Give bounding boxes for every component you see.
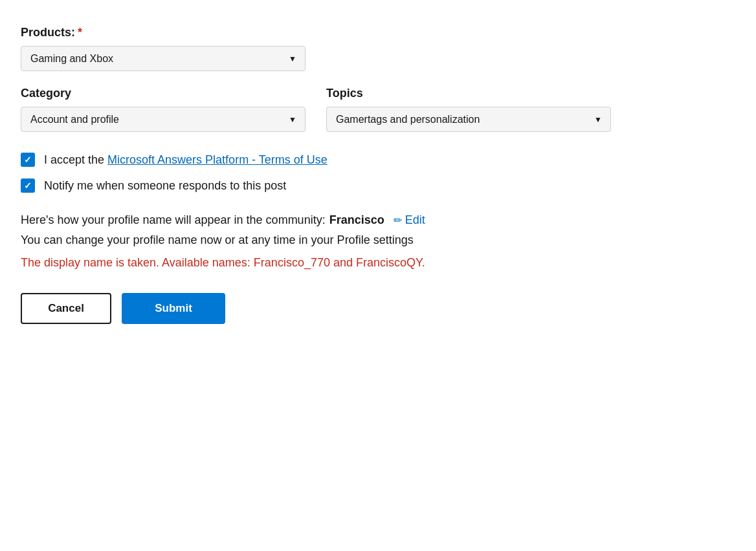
form-container: Products: * Gaming and Xbox Windows Offi…	[21, 26, 642, 324]
terms-label-prefix: I accept the	[44, 153, 107, 166]
notify-checkbox[interactable]: ✓	[21, 178, 35, 193]
products-label-text: Products:	[21, 26, 75, 39]
products-select[interactable]: Gaming and Xbox Windows Office Microsoft…	[21, 46, 306, 71]
profile-name-value: Francisco	[329, 213, 384, 227]
notify-checkbox-item: ✓ Notify me when someone responds to thi…	[21, 178, 642, 193]
notify-label: Notify me when someone responds to this …	[44, 179, 286, 193]
products-select-wrapper: Gaming and Xbox Windows Office Microsoft…	[21, 46, 306, 71]
terms-link[interactable]: Microsoft Answers Platform - Terms of Us…	[107, 153, 328, 166]
required-indicator: *	[78, 26, 82, 39]
profile-line1-prefix: Here's how your profile name will appear…	[21, 213, 326, 227]
terms-checkbox[interactable]: ✓	[21, 153, 35, 167]
cancel-button[interactable]: Cancel	[21, 293, 111, 324]
button-row: Cancel Submit	[21, 293, 642, 324]
edit-pencil-icon: ✏	[394, 214, 402, 226]
products-label: Products: *	[21, 26, 642, 39]
topics-select-wrapper: Gamertags and personalization Privacy Se…	[326, 107, 611, 132]
terms-checkmark-icon: ✓	[24, 155, 32, 164]
terms-label: I accept the Microsoft Answers Platform …	[44, 153, 328, 167]
edit-label: Edit	[405, 213, 425, 227]
topics-label: Topics	[326, 87, 611, 100]
topics-group: Topics Gamertags and personalization Pri…	[326, 87, 611, 132]
category-group: Category Account and profile Billing Tec…	[21, 87, 306, 132]
display-name-error: The display name is taken. Available nam…	[21, 256, 642, 270]
products-field: Products: * Gaming and Xbox Windows Offi…	[21, 26, 642, 71]
category-select-wrapper: Account and profile Billing Technical Su…	[21, 107, 306, 132]
category-label: Category	[21, 87, 306, 100]
profile-subline: You can change your profile name now or …	[21, 233, 642, 247]
category-topics-row: Category Account and profile Billing Tec…	[21, 87, 642, 132]
topics-select[interactable]: Gamertags and personalization Privacy Se…	[326, 107, 611, 132]
checkboxes-group: ✓ I accept the Microsoft Answers Platfor…	[21, 153, 642, 193]
submit-button[interactable]: Submit	[122, 293, 225, 324]
profile-section: Here's how your profile name will appear…	[21, 213, 642, 288]
category-select[interactable]: Account and profile Billing Technical Su…	[21, 107, 306, 132]
terms-checkbox-item: ✓ I accept the Microsoft Answers Platfor…	[21, 153, 642, 167]
edit-profile-link[interactable]: ✏ Edit	[394, 213, 425, 227]
profile-name-line: Here's how your profile name will appear…	[21, 213, 642, 227]
notify-checkmark-icon: ✓	[24, 181, 32, 190]
